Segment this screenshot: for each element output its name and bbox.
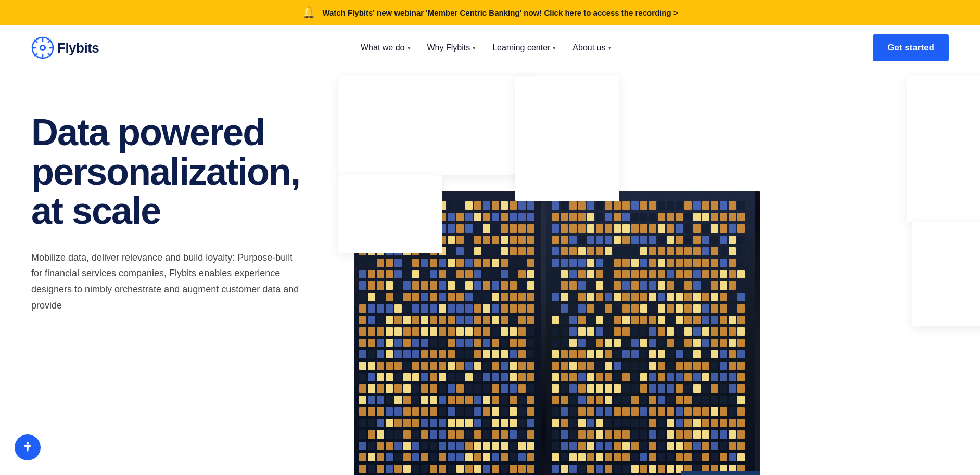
nav-item-what-we-do[interactable]: What we do ▾	[361, 43, 410, 53]
logo-icon	[31, 36, 54, 59]
hero-section: Data powered personalization, at scale M…	[0, 71, 980, 475]
accessibility-button[interactable]	[15, 434, 41, 460]
nav-item-why-flybits[interactable]: Why Flybits ▾	[427, 43, 476, 53]
chevron-down-icon: ▾	[553, 45, 556, 52]
logo-text: Flybits	[57, 40, 99, 56]
deco-rect-3	[338, 175, 442, 253]
chevron-down-icon: ▾	[608, 45, 612, 52]
deco-rect-5	[912, 222, 980, 326]
hero-subtitle: Mobilize data, deliver relevance and bui…	[31, 250, 302, 313]
nav-label-about-us: About us	[572, 43, 605, 53]
svg-point-11	[27, 442, 29, 444]
deco-rect-1	[338, 76, 536, 175]
nav-label-why-flybits: Why Flybits	[427, 43, 470, 53]
hero-image-area: Manage consent	[354, 71, 980, 475]
navbar: Flybits What we do ▾ Why Flybits ▾ Learn…	[0, 25, 980, 71]
nav-links: What we do ▾ Why Flybits ▾ Learning cent…	[361, 43, 612, 53]
hero-title: Data powered personalization, at scale	[31, 113, 323, 231]
windows-right	[552, 201, 745, 475]
get-started-button[interactable]: Get started	[873, 34, 949, 61]
right-building	[546, 191, 755, 475]
bell-icon: 🔔	[302, 6, 316, 19]
chevron-down-icon: ▾	[408, 45, 411, 52]
manage-consent-button[interactable]: Manage consent	[681, 471, 760, 475]
accessibility-icon	[21, 441, 34, 454]
logo-area[interactable]: Flybits	[31, 36, 99, 59]
svg-point-2	[41, 46, 44, 49]
nav-item-about-us[interactable]: About us ▾	[572, 43, 611, 53]
nav-label-learning-center: Learning center	[492, 43, 550, 53]
deco-rect-4	[907, 76, 980, 222]
announcement-bar[interactable]: 🔔 Watch Flybits' new webinar 'Member Cen…	[0, 0, 980, 25]
announcement-text[interactable]: Watch Flybits' new webinar 'Member Centr…	[322, 8, 678, 17]
deco-rect-2	[515, 76, 619, 201]
nav-item-learning-center[interactable]: Learning center ▾	[492, 43, 556, 53]
hero-content: Data powered personalization, at scale M…	[0, 71, 354, 475]
nav-label-what-we-do: What we do	[361, 43, 404, 53]
chevron-down-icon: ▾	[473, 45, 476, 52]
